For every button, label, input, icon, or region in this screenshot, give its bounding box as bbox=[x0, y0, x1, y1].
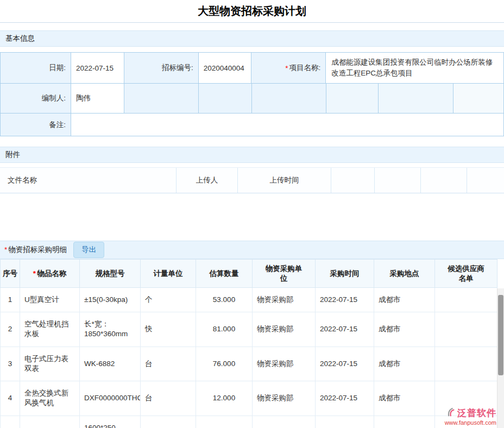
spacer bbox=[0, 47, 504, 52]
watermark-brand: 泛普软件 bbox=[457, 407, 496, 419]
detail-cell: 物资采购部 bbox=[253, 312, 316, 347]
detail-cell: 81.000 bbox=[196, 312, 253, 347]
detail-cell: 成都市 bbox=[374, 381, 435, 416]
detail-table: 序号*物品名称规格型号计量单位估算数量物资采购单位采购时间采购地点候选供应商名单… bbox=[0, 259, 497, 428]
detail-column-header: 采购时间 bbox=[316, 260, 374, 288]
detail-row: 4全热交换式新风换气机DXF0000000THC台12.000物资采购部2022… bbox=[1, 381, 497, 416]
detail-row: 5板式消声器1600*250，L=600mm个79.000物资采购部2022-0… bbox=[1, 416, 497, 428]
project-name-label: *项目名称: bbox=[251, 53, 326, 83]
basic-info-section-header: 基本信息 bbox=[0, 30, 504, 47]
attachment-col-empty bbox=[331, 168, 375, 193]
detail-column-header: 计量单位 bbox=[141, 260, 196, 288]
detail-cell: 1 bbox=[1, 288, 20, 312]
detail-cell: 成都市 bbox=[374, 312, 435, 347]
bid-number-label: 招标编号: bbox=[124, 53, 199, 83]
detail-column-header: 候选供应商名单 bbox=[435, 260, 497, 288]
attachments-section-title: 附件 bbox=[5, 150, 20, 160]
editor-value: 陶伟 bbox=[71, 84, 124, 113]
detail-cell: 成都市 bbox=[374, 347, 435, 381]
editor-label: 编制人: bbox=[1, 84, 71, 113]
form-row-3: 备注: bbox=[1, 114, 503, 136]
detail-cell: 板式消声器 bbox=[20, 416, 80, 428]
vendor-watermark: 泛普软件 www.fanpusoft.com bbox=[445, 407, 496, 426]
basic-info-form: 日期: 2022-07-15 招标编号: 2020040004 *项目名称: 成… bbox=[0, 52, 504, 136]
detail-column-header: 序号 bbox=[1, 260, 20, 288]
attachment-col-empty bbox=[375, 168, 421, 193]
detail-row: 3电子式压力表双表WK-6882台76.000物资采购部2022-07-15成都… bbox=[1, 347, 497, 381]
empty-cell bbox=[326, 84, 379, 113]
export-button[interactable]: 导出 bbox=[73, 242, 104, 258]
detail-header-row: 序号*物品名称规格型号计量单位估算数量物资采购单位采购时间采购地点候选供应商名单 bbox=[1, 260, 497, 288]
detail-cell: 2022-07-15 bbox=[316, 312, 374, 347]
page-title: 大型物资招标采购计划 bbox=[0, 0, 504, 23]
date-value: 2022-07-15 bbox=[71, 53, 124, 83]
detail-cell: 个 bbox=[141, 416, 196, 428]
detail-cell: U型真空计 bbox=[20, 288, 80, 312]
project-name-value: 成都能源建设集团投资有限公司临时办公场所装修改造工程EPC总承包项目 bbox=[326, 53, 503, 83]
detail-column-header: 采购地点 bbox=[374, 260, 435, 288]
detail-row: 2空气处理机挡水板长*宽：1850*360mm快81.000物资采购部2022-… bbox=[1, 312, 497, 347]
attachments-empty-body bbox=[0, 193, 504, 241]
detail-cell: 2022-07-15 bbox=[316, 416, 374, 428]
detail-table-body: 1U型真空计±15(0-30kpa)个53.000物资采购部2022-07-15… bbox=[1, 288, 497, 428]
empty-cell bbox=[379, 84, 453, 113]
bid-number-value: 2020040004 bbox=[199, 53, 252, 83]
empty-cell bbox=[124, 84, 199, 113]
empty-cell bbox=[252, 84, 326, 113]
detail-row: 1U型真空计±15(0-30kpa)个53.000物资采购部2022-07-15… bbox=[1, 288, 497, 312]
vertical-scrollbar-track[interactable] bbox=[497, 288, 504, 428]
detail-cell: 76.000 bbox=[196, 347, 253, 381]
basic-info-section-title: 基本信息 bbox=[5, 34, 35, 43]
detail-column-header: 物资采购单位 bbox=[253, 260, 316, 288]
detail-cell: 79.000 bbox=[196, 416, 253, 428]
detail-cell: 物资采购部 bbox=[253, 416, 316, 428]
attachment-col-upload-time: 上传时间 bbox=[238, 168, 331, 193]
attachment-col-empty bbox=[467, 168, 504, 193]
detail-cell: 12.000 bbox=[196, 381, 253, 416]
spacer bbox=[0, 136, 504, 147]
detail-cell: 空气处理机挡水板 bbox=[20, 312, 80, 347]
vertical-scrollbar-thumb[interactable] bbox=[498, 295, 503, 375]
form-row-2: 编制人: 陶伟 bbox=[1, 84, 503, 114]
detail-cell: 2022-07-15 bbox=[316, 381, 374, 416]
empty-cell bbox=[199, 84, 252, 113]
detail-cell: 3 bbox=[1, 347, 20, 381]
detail-cell bbox=[435, 288, 497, 312]
attachment-col-filename: 文件名称 bbox=[0, 168, 177, 193]
detail-cell: 2 bbox=[1, 312, 20, 347]
detail-cell: WK-6882 bbox=[80, 347, 141, 381]
fanpu-logo-icon bbox=[446, 407, 456, 419]
detail-cell: 2022-07-15 bbox=[316, 347, 374, 381]
attachments-section-header: 附件 bbox=[0, 147, 504, 163]
detail-cell: 成都市 bbox=[374, 416, 435, 428]
detail-cell: ±15(0-30kpa) bbox=[80, 288, 141, 312]
detail-cell: 个 bbox=[141, 288, 196, 312]
detail-cell: 快 bbox=[141, 312, 196, 347]
detail-cell: 台 bbox=[141, 381, 196, 416]
form-row-1: 日期: 2022-07-15 招标编号: 2020040004 *项目名称: 成… bbox=[1, 53, 503, 84]
spacer bbox=[0, 163, 504, 167]
remark-value bbox=[71, 114, 503, 136]
detail-section-header: *物资招标采购明细 导出 bbox=[0, 241, 504, 259]
empty-cell bbox=[453, 84, 503, 113]
attachment-col-empty bbox=[421, 168, 467, 193]
detail-cell: 1600*250，L=600mm bbox=[80, 416, 141, 428]
detail-cell: 物资采购部 bbox=[253, 288, 316, 312]
detail-column-header: *物品名称 bbox=[20, 260, 80, 288]
detail-cell: 53.000 bbox=[196, 288, 253, 312]
required-asterisk: * bbox=[4, 246, 7, 254]
detail-cell: 长*宽：1850*360mm bbox=[80, 312, 141, 347]
spacer bbox=[0, 23, 504, 30]
detail-column-header: 估算数量 bbox=[196, 260, 253, 288]
attachments-table-header: 文件名称 上传人 上传时间 bbox=[0, 167, 504, 193]
detail-cell: 4 bbox=[1, 381, 20, 416]
detail-cell: 成都市 bbox=[374, 288, 435, 312]
detail-cell: DXF0000000THC bbox=[80, 381, 141, 416]
remark-label: 备注: bbox=[1, 114, 71, 136]
detail-cell: 电子式压力表双表 bbox=[20, 347, 80, 381]
required-asterisk: * bbox=[33, 269, 36, 278]
required-asterisk: * bbox=[285, 64, 288, 72]
detail-cell: 物资采购部 bbox=[253, 347, 316, 381]
attachment-col-uploader: 上传人 bbox=[177, 168, 238, 193]
detail-cell: 全热交换式新风换气机 bbox=[20, 381, 80, 416]
